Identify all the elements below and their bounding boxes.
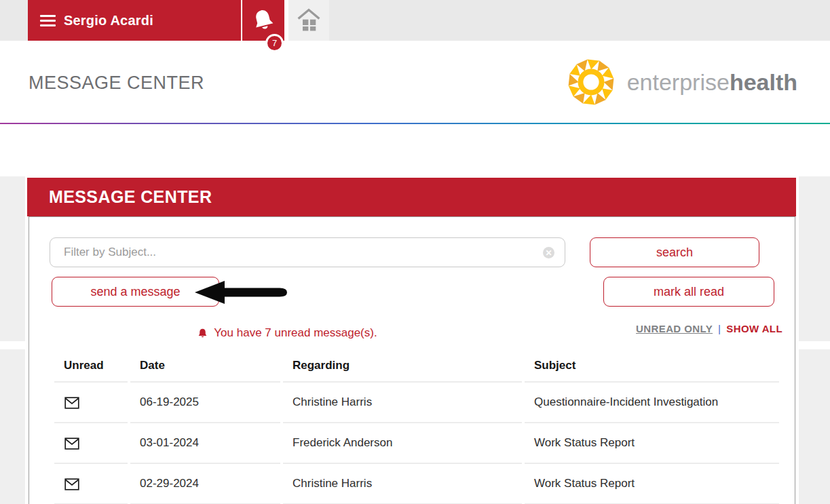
home-button[interactable] [288,0,329,41]
column-header-date: Date [130,350,280,383]
unread-notice-text: You have 7 unread message(s). [214,326,377,340]
unread-envelope-icon[interactable] [64,438,79,450]
cell-subject: Work Status Report [525,464,779,504]
message-center-page: Sergio Acardi 7 MESSAGE CENTER [0,0,830,504]
cell-regarding: Christine Harris [283,464,522,504]
unread-envelope-icon[interactable] [64,478,79,490]
page-margin [799,176,830,341]
page-margin [799,349,830,504]
table-row[interactable]: 03-01-2024 Frederick Anderson Work Statu… [54,423,779,464]
send-message-button[interactable]: send a message [52,277,219,307]
unread-only-link[interactable]: UNREAD ONLY [636,323,713,334]
table-header-row: Unread Date Regarding Subject [54,350,779,383]
cell-date: 03-01-2024 [130,423,280,464]
topbar: Sergio Acardi 7 [0,0,830,41]
cell-regarding: Christine Harris [283,383,522,423]
unread-bell-icon [197,328,208,339]
user-name: Sergio Acardi [64,13,153,28]
search-button[interactable]: search [590,237,759,267]
header-divider [0,123,830,124]
notification-badge: 7 [265,34,284,52]
cell-subject: Work Status Report [525,423,779,464]
cell-date: 06-19-2025 [130,383,280,423]
clear-filter-icon[interactable]: ✕ [543,247,554,258]
unread-notice: You have 7 unread message(s). [50,324,525,342]
cell-unread [54,464,128,504]
home-icon [297,8,321,33]
page-header: MESSAGE CENTER [0,41,830,123]
view-links: UNREAD ONLY | SHOW ALL [636,323,782,334]
cell-regarding: Frederick Anderson [283,423,522,464]
cell-unread [54,423,128,464]
table-row[interactable]: 06-19-2025 Christine Harris Questionnair… [54,383,779,423]
page-margin [0,176,25,341]
cell-subject: Questionnaire-Incident Investigation [525,383,779,423]
unread-envelope-icon[interactable] [64,397,79,409]
messages-table: Unread Date Regarding Subject 06-19-2025 [52,350,782,504]
page-margin [0,349,25,504]
page-title: MESSAGE CENTER [29,73,204,94]
logo: enterprisehealth [565,56,797,109]
hamburger-icon [40,15,56,26]
subject-filter-input[interactable] [50,237,565,267]
banner-title: MESSAGE CENTER [49,187,212,207]
cell-unread [54,383,128,423]
message-center-banner: MESSAGE CENTER [27,178,796,216]
show-all-link[interactable]: SHOW ALL [726,323,782,334]
logo-sun-icon [565,56,618,109]
logo-text: enterprisehealth [627,69,797,96]
links-separator: | [718,323,721,334]
message-panel: ✕ search send a message mark all read Yo… [29,216,795,504]
column-header-regarding: Regarding [283,350,522,383]
bell-icon [248,5,279,36]
mark-all-read-button[interactable]: mark all read [603,277,774,307]
column-header-subject: Subject [525,350,779,383]
column-header-unread: Unread [54,350,128,383]
cell-date: 02-29-2024 [130,464,280,504]
table-row[interactable]: 02-29-2024 Christine Harris Work Status … [54,464,779,504]
user-menu-button[interactable]: Sergio Acardi [28,0,241,41]
